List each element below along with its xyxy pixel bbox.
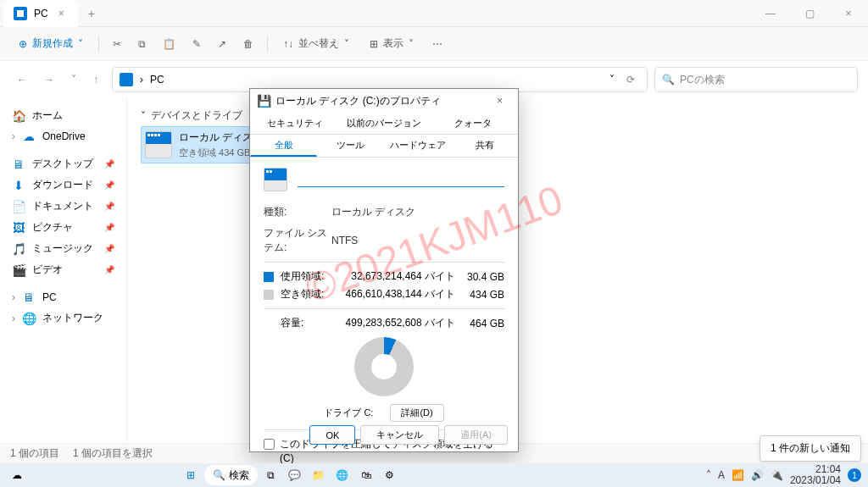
tab-hardware[interactable]: ハードウェア (384, 135, 451, 157)
sidebar-item-onedrive[interactable]: ›☁OneDrive (7, 126, 120, 147)
tab-general[interactable]: 全般 (250, 135, 317, 157)
wifi-icon[interactable]: 📶 (732, 469, 744, 481)
chevron-down-icon: ˅ (78, 38, 83, 50)
search-input[interactable]: 🔍 PCの検索 (654, 67, 858, 92)
usage-pie-chart (354, 337, 414, 396)
sort-button[interactable]: ↑↓ 並べ替え ˅ (275, 31, 358, 56)
notification-toast[interactable]: 1 件の新しい通知 (760, 435, 861, 462)
sort-icon: ↑↓ (283, 38, 293, 50)
drive-label-input[interactable] (298, 173, 504, 187)
pc-icon (14, 7, 27, 20)
close-tab-icon[interactable]: × (55, 8, 68, 19)
chat-icon[interactable]: 💬 (285, 465, 305, 485)
store-icon[interactable]: 🛍 (356, 465, 376, 485)
tab-security[interactable]: セキュリティ (250, 113, 339, 134)
sidebar-item-documents[interactable]: 📄ドキュメント📌 (7, 196, 120, 217)
drive-icon (264, 168, 287, 191)
refresh-button[interactable]: ⟳ (621, 74, 640, 86)
tab-title: PC (34, 8, 48, 19)
weather-widget[interactable]: ☁ (7, 465, 27, 485)
dropdown-icon[interactable]: ˅ (609, 74, 615, 86)
power-icon[interactable]: 🔌 (771, 469, 783, 481)
dialog-titlebar[interactable]: 💾 ローカル ディスク (C:)のプロパティ × (250, 89, 518, 113)
dialog-close-button[interactable]: × (488, 95, 511, 107)
recent-button[interactable]: ˅ (64, 69, 83, 91)
sidebar-item-home[interactable]: 🏠ホーム (7, 105, 120, 126)
taskbar: ☁ ⊞ 🔍検索 ⧉ 💬 📁 🌐 🛍 ⚙ ˄ A 📶 🔊 🔌 21:04 2023… (0, 463, 868, 487)
search-button[interactable]: 🔍検索 (204, 465, 258, 485)
paste-icon[interactable]: 📋 (156, 33, 182, 55)
minimize-button[interactable]: — (751, 0, 790, 27)
sidebar-item-music[interactable]: 🎵ミュージック📌 (7, 238, 120, 259)
notification-badge[interactable]: 1 (848, 468, 861, 482)
back-button[interactable]: ← (10, 69, 34, 91)
compress-checkbox[interactable] (264, 439, 275, 450)
drive-icon: 💾 (257, 94, 270, 108)
share-icon[interactable]: ↗ (211, 33, 233, 55)
cut-icon[interactable]: ✂ (106, 33, 128, 55)
sidebar-item-pictures[interactable]: 🖼ピクチャ📌 (7, 217, 120, 238)
toolbar: ⊕ 新規作成 ˅ ✂ ⧉ 📋 ✎ ↗ 🗑 ↑↓ 並べ替え ˅ ⊞ 表示 ˅ ⋯ (0, 27, 868, 61)
delete-icon[interactable]: 🗑 (236, 33, 260, 55)
forward-button[interactable]: → (37, 69, 61, 91)
sidebar-item-downloads[interactable]: ⬇ダウンロード📌 (7, 174, 120, 196)
pc-icon (120, 73, 133, 86)
tab-tools[interactable]: ツール (317, 135, 384, 157)
start-button[interactable]: ⊞ (181, 465, 201, 485)
settings-icon[interactable]: ⚙ (380, 465, 400, 485)
tab-previous-versions[interactable]: 以前のバージョン (339, 113, 428, 134)
titlebar: PC × + — ▢ × (0, 0, 868, 27)
explorer-icon[interactable]: 📁 (309, 465, 329, 485)
tab-pc[interactable]: PC × (3, 0, 78, 27)
detail-button[interactable]: 詳細(D) (390, 404, 443, 422)
sidebar: 🏠ホーム ›☁OneDrive 🖥デスクトップ📌 ⬇ダウンロード📌 📄ドキュメン… (0, 98, 127, 463)
up-button[interactable]: ↑ (86, 69, 105, 91)
close-button[interactable]: × (829, 0, 868, 27)
sidebar-item-videos[interactable]: 🎬ビデオ📌 (7, 259, 120, 280)
sidebar-item-network[interactable]: ›🌐ネットワーク (7, 307, 120, 329)
drive-icon (145, 131, 172, 158)
view-button[interactable]: ⊞ 表示 ˅ (361, 31, 422, 56)
edge-icon[interactable]: 🌐 (332, 465, 353, 485)
clock[interactable]: 21:04 2023/01/04 (790, 464, 841, 486)
sidebar-item-desktop[interactable]: 🖥デスクトップ📌 (7, 153, 120, 174)
tray-chevron-icon[interactable]: ˄ (706, 469, 711, 481)
new-tab-button[interactable]: + (78, 7, 105, 20)
view-icon: ⊞ (370, 38, 378, 50)
search-icon: 🔍 (662, 74, 675, 86)
cancel-button[interactable]: キャンセル (360, 425, 439, 445)
sidebar-item-pc[interactable]: ›🖥PC (7, 287, 120, 307)
volume-icon[interactable]: 🔊 (751, 469, 764, 481)
tab-quota[interactable]: クォータ (429, 113, 518, 134)
task-view-button[interactable]: ⧉ (261, 465, 281, 485)
maximize-button[interactable]: ▢ (790, 0, 829, 27)
properties-dialog: 💾 ローカル ディスク (C:)のプロパティ × セキュリティ 以前のバージョン… (249, 88, 519, 452)
ime-icon[interactable]: A (718, 469, 725, 481)
plus-icon: ⊕ (19, 38, 27, 50)
tab-sharing[interactable]: 共有 (451, 135, 518, 157)
chevron-down-icon: ˅ (141, 110, 146, 122)
copy-icon[interactable]: ⧉ (131, 33, 153, 55)
new-button[interactable]: ⊕ 新規作成 ˅ (10, 31, 92, 56)
apply-button[interactable]: 適用(A) (444, 425, 508, 445)
rename-icon[interactable]: ✎ (186, 33, 208, 55)
ok-button[interactable]: OK (309, 425, 355, 445)
more-icon[interactable]: ⋯ (426, 33, 449, 55)
